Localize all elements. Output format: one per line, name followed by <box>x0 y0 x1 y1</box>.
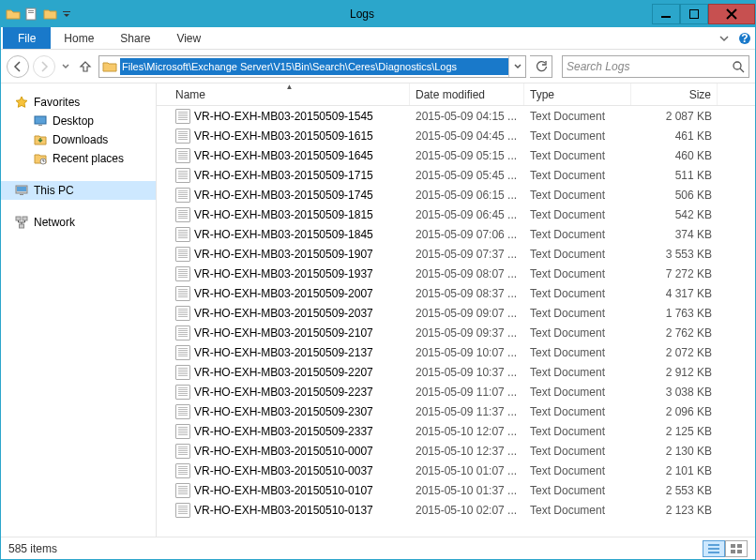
ribbon-expand-icon[interactable] <box>714 27 734 49</box>
address-bar[interactable]: Files\Microsoft\Exchange Server\V15\Bin\… <box>98 55 526 78</box>
refresh-button[interactable] <box>530 55 552 78</box>
file-size: 7 272 KB <box>631 267 718 280</box>
back-button[interactable] <box>7 55 29 78</box>
text-file-icon <box>175 483 190 498</box>
recent-icon <box>33 151 48 166</box>
sidebar-item-network[interactable]: Network <box>1 213 156 232</box>
file-date: 2015-05-09 05:45 ... <box>410 169 524 182</box>
column-header-size[interactable]: Size <box>631 83 718 105</box>
file-name: VR-HO-EXH-MB03-20150509-1907 <box>194 248 373 261</box>
close-button[interactable] <box>708 4 755 24</box>
up-button[interactable] <box>76 57 95 76</box>
svg-rect-21 <box>731 544 735 548</box>
file-tab[interactable]: File <box>3 27 51 49</box>
thumbnails-view-button[interactable] <box>725 540 748 557</box>
svg-point-8 <box>733 62 741 69</box>
sidebar-item-label: Network <box>34 216 75 229</box>
column-headers: ▲ Name Date modified Type Size <box>157 83 755 106</box>
file-size: 2 125 KB <box>631 425 718 438</box>
sidebar-item-downloads[interactable]: Downloads <box>1 130 156 149</box>
text-file-icon <box>175 385 190 400</box>
file-size: 542 KB <box>631 208 718 221</box>
help-icon[interactable]: ? <box>734 27 755 49</box>
file-type: Text Document <box>524 149 631 162</box>
file-type: Text Document <box>524 445 631 458</box>
text-file-icon <box>175 404 190 419</box>
file-date: 2015-05-09 11:07 ... <box>410 386 524 399</box>
file-row[interactable]: VR-HO-EXH-MB03-20150509-18452015-05-09 0… <box>170 224 755 244</box>
file-row[interactable]: VR-HO-EXH-MB03-20150510-01372015-05-10 0… <box>170 500 755 520</box>
sidebar-item-recent[interactable]: Recent places <box>1 149 156 168</box>
file-type: Text Document <box>524 405 631 418</box>
file-row[interactable]: VR-HO-EXH-MB03-20150509-23372015-05-10 1… <box>170 421 755 441</box>
quick-access-toolbar <box>5 6 72 23</box>
file-size: 374 KB <box>631 228 718 241</box>
svg-rect-22 <box>737 544 742 548</box>
properties-icon[interactable] <box>23 6 40 23</box>
favorites-header[interactable]: Favorites <box>1 93 156 112</box>
file-name: VR-HO-EXH-MB03-20150510-0037 <box>194 464 373 477</box>
downloads-icon <box>33 132 48 147</box>
file-row[interactable]: VR-HO-EXH-MB03-20150510-00372015-05-10 0… <box>170 461 755 480</box>
file-row[interactable]: VR-HO-EXH-MB03-20150509-21072015-05-09 0… <box>170 323 755 342</box>
address-path[interactable]: Files\Microsoft\Exchange Server\V15\Bin\… <box>120 58 508 75</box>
file-row[interactable]: VR-HO-EXH-MB03-20150509-17452015-05-09 0… <box>170 185 755 204</box>
file-row[interactable]: VR-HO-EXH-MB03-20150509-16452015-05-09 0… <box>170 145 755 165</box>
column-header-date[interactable]: Date modified <box>410 83 524 105</box>
file-size: 511 KB <box>631 169 718 182</box>
file-date: 2015-05-09 09:07 ... <box>410 307 524 320</box>
file-row[interactable]: VR-HO-EXH-MB03-20150509-22072015-05-09 1… <box>170 362 755 382</box>
file-name: VR-HO-EXH-MB03-20150509-1745 <box>194 189 373 202</box>
file-row[interactable]: VR-HO-EXH-MB03-20150510-01072015-05-10 0… <box>170 480 755 500</box>
file-row[interactable]: VR-HO-EXH-MB03-20150509-22372015-05-09 1… <box>170 382 755 401</box>
file-date: 2015-05-09 09:37 ... <box>410 326 524 340</box>
file-row[interactable]: VR-HO-EXH-MB03-20150509-17152015-05-09 0… <box>170 165 755 185</box>
file-type: Text Document <box>524 504 631 517</box>
file-date: 2015-05-09 08:07 ... <box>410 267 524 280</box>
file-row[interactable]: VR-HO-EXH-MB03-20150509-21372015-05-09 1… <box>170 342 755 362</box>
open-icon[interactable] <box>42 6 59 23</box>
file-row[interactable]: VR-HO-EXH-MB03-20150509-16152015-05-09 0… <box>170 126 755 145</box>
history-dropdown-icon[interactable] <box>59 63 72 70</box>
file-row[interactable]: VR-HO-EXH-MB03-20150509-20372015-05-09 0… <box>170 303 755 323</box>
tab-share[interactable]: Share <box>107 27 163 49</box>
file-row[interactable]: VR-HO-EXH-MB03-20150509-19072015-05-09 0… <box>170 244 755 264</box>
ribbon: File Home Share View ? <box>1 27 755 50</box>
item-count: 585 items <box>8 542 57 555</box>
file-date: 2015-05-09 04:45 ... <box>410 129 524 143</box>
text-file-icon <box>175 503 190 518</box>
file-size: 1 763 KB <box>631 307 718 320</box>
file-row[interactable]: VR-HO-EXH-MB03-20150509-23072015-05-09 1… <box>170 401 755 421</box>
file-size: 461 KB <box>631 129 718 143</box>
file-row[interactable]: VR-HO-EXH-MB03-20150509-18152015-05-09 0… <box>170 204 755 224</box>
file-row[interactable]: VR-HO-EXH-MB03-20150509-20072015-05-09 0… <box>170 283 755 303</box>
forward-button[interactable] <box>33 55 55 78</box>
qat-dropdown-icon[interactable] <box>61 6 72 23</box>
svg-rect-0 <box>26 8 36 20</box>
text-file-icon <box>175 227 190 242</box>
file-name: VR-HO-EXH-MB03-20150509-1615 <box>194 129 373 143</box>
file-name: VR-HO-EXH-MB03-20150509-2107 <box>194 326 373 340</box>
search-box[interactable]: Search Logs <box>562 55 749 78</box>
file-row[interactable]: VR-HO-EXH-MB03-20150509-15452015-05-09 0… <box>170 106 755 126</box>
tab-home[interactable]: Home <box>51 27 107 49</box>
file-size: 3 038 KB <box>631 386 718 399</box>
desktop-icon <box>33 114 48 129</box>
file-date: 2015-05-09 05:15 ... <box>410 149 524 162</box>
column-header-type[interactable]: Type <box>524 83 631 105</box>
address-dropdown-icon[interactable] <box>508 56 525 77</box>
text-file-icon <box>175 266 190 281</box>
file-row[interactable]: VR-HO-EXH-MB03-20150510-00072015-05-10 1… <box>170 441 755 461</box>
navigation-pane: Favorites Desktop Downloads Recent place… <box>1 83 157 537</box>
maximize-button[interactable] <box>680 4 708 24</box>
column-header-name[interactable]: ▲ Name <box>170 83 410 105</box>
details-view-button[interactable] <box>703 540 725 557</box>
file-date: 2015-05-09 04:15 ... <box>410 110 524 123</box>
tab-view[interactable]: View <box>163 27 214 49</box>
sidebar-item-thispc[interactable]: This PC <box>1 181 156 200</box>
minimize-button[interactable] <box>652 4 680 24</box>
sidebar-item-desktop[interactable]: Desktop <box>1 112 156 130</box>
file-row[interactable]: VR-HO-EXH-MB03-20150509-19372015-05-09 0… <box>170 264 755 283</box>
file-size: 2 130 KB <box>631 445 718 458</box>
file-date: 2015-05-09 07:06 ... <box>410 228 524 241</box>
